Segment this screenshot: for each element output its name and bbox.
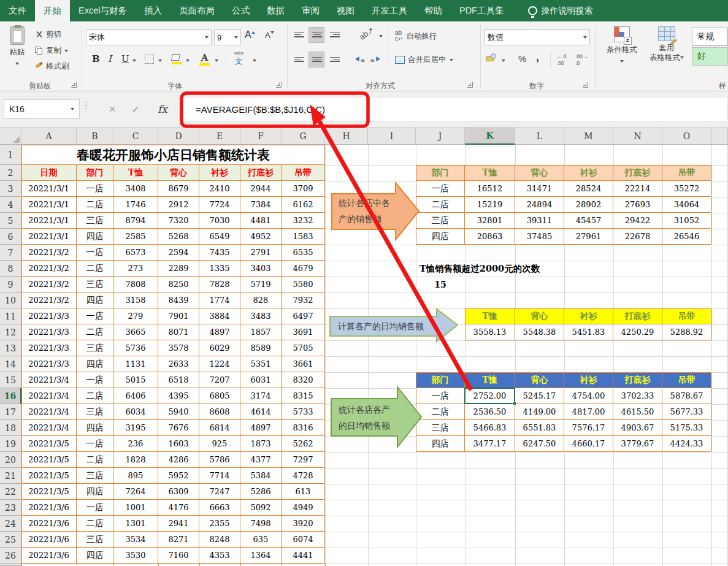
- row-header-1[interactable]: 1: [0, 145, 21, 165]
- cell-K12[interactable]: 3558.13: [465, 324, 515, 340]
- cell-D12[interactable]: 8071: [158, 324, 199, 340]
- cell-M15-header[interactable]: 衬衫: [564, 372, 613, 388]
- cell-F13[interactable]: 8589: [240, 340, 282, 356]
- cell-F17[interactable]: 4614: [240, 404, 282, 420]
- cell-B9[interactable]: 三店: [77, 277, 113, 293]
- cell-M6[interactable]: 27961: [564, 229, 613, 245]
- cell-A25[interactable]: 20221/3/6: [21, 532, 77, 548]
- cell-D26[interactable]: 7160: [158, 548, 199, 564]
- cell-C14[interactable]: 1131: [113, 356, 158, 372]
- cell-F11[interactable]: 3483: [240, 308, 282, 324]
- cell-O17[interactable]: 5677.33: [662, 404, 711, 420]
- cell-B22[interactable]: 四店: [77, 484, 113, 500]
- cell-O5[interactable]: 31052: [662, 213, 711, 229]
- cell-D23[interactable]: 4176: [158, 500, 199, 516]
- cell-M3[interactable]: 28524: [564, 181, 613, 197]
- cell-E6[interactable]: 6549: [199, 229, 240, 245]
- cell-C5[interactable]: 8794: [113, 213, 158, 229]
- cell-E15[interactable]: 7207: [199, 372, 240, 388]
- cell-C8[interactable]: 273: [113, 261, 158, 277]
- cell-F16[interactable]: 3174: [240, 388, 282, 404]
- cell-B11[interactable]: 一店: [77, 308, 113, 324]
- cell-O15-header[interactable]: 吊带: [662, 372, 711, 388]
- row-header-17[interactable]: 17: [0, 404, 21, 420]
- column-header-B[interactable]: B: [77, 128, 113, 145]
- cell-N6[interactable]: 22678: [613, 229, 662, 245]
- cell-E10[interactable]: 1774: [199, 293, 240, 308]
- cell-N3[interactable]: 22214: [613, 181, 662, 197]
- cell-N11-header[interactable]: 打底衫: [613, 308, 662, 324]
- cell-C10[interactable]: 3158: [113, 293, 158, 308]
- row-header-16[interactable]: 16: [0, 388, 21, 404]
- cell-F5[interactable]: 4481: [240, 213, 282, 229]
- cell-G17[interactable]: 5733: [282, 404, 325, 420]
- cell-G11[interactable]: 6497: [282, 308, 325, 324]
- cell-F23[interactable]: 5092: [240, 500, 282, 516]
- cell-B20[interactable]: 二店: [77, 452, 113, 468]
- cell-E23[interactable]: 6663: [199, 500, 240, 516]
- cell-B15[interactable]: 一店: [77, 372, 113, 388]
- row-header-13[interactable]: 13: [0, 340, 21, 356]
- column-header-sliver[interactable]: [711, 128, 728, 145]
- cell-B24[interactable]: 二店: [77, 516, 113, 532]
- cell-E18[interactable]: 6814: [199, 420, 240, 436]
- cell-D14[interactable]: 2633: [158, 356, 199, 372]
- cell-D8[interactable]: 2289: [158, 261, 199, 277]
- cell-C2-header[interactable]: T恤: [113, 165, 158, 181]
- cell-D20[interactable]: 4286: [158, 452, 199, 468]
- cell-L11-header[interactable]: 背心: [515, 308, 564, 324]
- cell-K2-header[interactable]: T恤: [465, 165, 515, 181]
- cell-A8[interactable]: 20221/3/2: [21, 261, 77, 277]
- column-header-A[interactable]: A: [21, 128, 77, 145]
- cell-C4[interactable]: 1746: [113, 197, 158, 213]
- cell-A2-header[interactable]: 日期: [21, 165, 77, 181]
- cell-F3[interactable]: 2944: [240, 181, 282, 197]
- cell-J15-header[interactable]: 部门: [416, 372, 465, 388]
- row-header-14[interactable]: 14: [0, 356, 21, 372]
- cell-F25[interactable]: 635: [240, 532, 282, 548]
- cell-B6[interactable]: 四店: [77, 229, 113, 245]
- cell-K6[interactable]: 20863: [465, 229, 515, 245]
- cell-A21[interactable]: 20221/3/5: [21, 468, 77, 484]
- cell-F15[interactable]: 6031: [240, 372, 282, 388]
- cell-O19[interactable]: 4424.33: [662, 436, 711, 452]
- cell-K3[interactable]: 16512: [465, 181, 515, 197]
- cell-B2-header[interactable]: 部门: [77, 165, 113, 181]
- cell-M4[interactable]: 28902: [564, 197, 613, 213]
- cell-E3[interactable]: 2410: [199, 181, 240, 197]
- column-header-I[interactable]: I: [368, 128, 416, 145]
- cell-A3[interactable]: 20221/3/1: [21, 181, 77, 197]
- cell-A20[interactable]: 20221/3/5: [21, 452, 77, 468]
- column-header-M[interactable]: M: [564, 128, 613, 145]
- cell-C11[interactable]: 279: [113, 308, 158, 324]
- row-header-19[interactable]: 19: [0, 436, 21, 452]
- cell-C24[interactable]: 1301: [113, 516, 158, 532]
- cell-D10[interactable]: 8439: [158, 293, 199, 308]
- cell-O16[interactable]: 5878.67: [662, 388, 711, 404]
- row-header-5[interactable]: 5: [0, 213, 21, 229]
- cell-F7[interactable]: 2791: [240, 245, 282, 261]
- column-header-K[interactable]: K: [465, 128, 515, 145]
- column-header-L[interactable]: L: [515, 128, 564, 145]
- cell-B4[interactable]: 二店: [77, 197, 113, 213]
- cell-A9[interactable]: 20221/3/2: [21, 277, 77, 293]
- cell-F10[interactable]: 828: [240, 293, 282, 308]
- cell-G4[interactable]: 6162: [282, 197, 325, 213]
- cell-A5[interactable]: 20221/3/1: [21, 213, 77, 229]
- cell-G6[interactable]: 1583: [282, 229, 325, 245]
- cell-L17[interactable]: 4149.00: [515, 404, 564, 420]
- column-header-N[interactable]: N: [613, 128, 662, 145]
- cell-L2-header[interactable]: 背心: [515, 165, 564, 181]
- cell-K17[interactable]: 2536.50: [465, 404, 515, 420]
- cell-E26[interactable]: 4353: [199, 548, 240, 564]
- cell-C23[interactable]: 1001: [113, 500, 158, 516]
- column-header-E[interactable]: E: [199, 128, 240, 145]
- cell-N12[interactable]: 4250.29: [613, 324, 662, 340]
- cell-O18[interactable]: 5175.33: [662, 420, 711, 436]
- cell-E5[interactable]: 7030: [199, 213, 240, 229]
- row-header-11[interactable]: 11: [0, 308, 21, 324]
- cell-C22[interactable]: 7264: [113, 484, 158, 500]
- cell-E16[interactable]: 6805: [199, 388, 240, 404]
- cell-B23[interactable]: 一店: [77, 500, 113, 516]
- row-header-partial[interactable]: [0, 564, 21, 566]
